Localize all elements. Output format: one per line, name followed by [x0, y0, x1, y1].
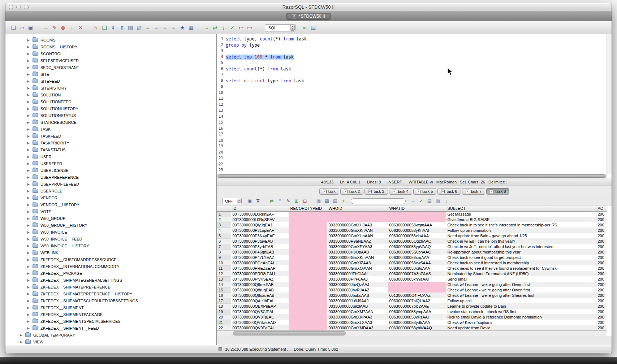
disclosure-icon[interactable]: ▶ — [27, 182, 31, 186]
table-cell[interactable]: 0033000000H9i0pAAB — [327, 249, 388, 255]
disclosure-icon[interactable]: ▶ — [27, 272, 31, 275]
tree-item[interactable]: ▶VIEW — [5, 338, 216, 345]
table-cell[interactable]: 006300000058x9qAAA — [388, 265, 446, 271]
add-connection-icon[interactable]: + — [68, 24, 75, 31]
table-cell[interactable]: 00T3000000QBXPeEAP — [231, 303, 289, 309]
tab-close-icon[interactable]: ✕ — [323, 190, 327, 193]
row-number-cell[interactable]: 18 — [217, 303, 231, 309]
tree-item[interactable]: ▶SELFSERVICEUSER — [5, 57, 216, 64]
tree-item[interactable]: ▶ZKFEDEX__SHIPMENT__FEED — [5, 325, 216, 332]
connection-tab[interactable]: ✕ *SFDCW50 II — [286, 13, 330, 20]
go-icon[interactable]: → — [203, 24, 210, 31]
tab-close-icon[interactable]: ✕ — [344, 190, 348, 193]
table-cell[interactable] — [289, 303, 327, 309]
editor-vertical-scrollbar[interactable] — [607, 34, 612, 174]
table-cell[interactable]: 200 — [596, 325, 607, 330]
table-cell[interactable]: 006300000058xrqAAA — [388, 255, 446, 260]
table-cell[interactable]: 00630000007A3bZAAS — [388, 271, 446, 276]
tab-close-icon[interactable]: ✕ — [441, 190, 445, 193]
table-cell[interactable] — [289, 233, 327, 238]
row-number-header[interactable] — [217, 205, 231, 211]
table-cell[interactable]: 200 — [596, 222, 607, 228]
close-button[interactable] — [9, 5, 13, 9]
table-cell[interactable]: 200 — [596, 238, 607, 244]
table-cell[interactable]: Check nexis to see if they've found a re… — [446, 265, 596, 271]
table-cell[interactable]: 0033000000JFhGlAAL — [327, 271, 388, 276]
result-tab[interactable]: ✕task 2 — [340, 188, 363, 195]
fetch-more-icon[interactable]: ↓ — [443, 198, 449, 204]
result-tab[interactable]: ✕task 8 — [486, 188, 509, 195]
table-cell[interactable]: 200 — [596, 217, 607, 222]
tree-item[interactable]: ▶ZKFEDEX__SHIPMATEPREFERENCE__HISTORY — [5, 290, 216, 297]
disclosure-icon[interactable]: ▶ — [27, 93, 31, 97]
table-cell[interactable] — [289, 271, 327, 276]
undo-icon[interactable]: ↩ — [237, 24, 245, 31]
row-number-cell[interactable]: 6 — [217, 238, 231, 244]
table-cell[interactable]: 200 — [596, 298, 607, 303]
tree-item[interactable]: ▶SOLUTIONSTATUS — [5, 112, 216, 119]
disclosure-icon[interactable]: ▶ — [27, 162, 31, 165]
table-cell[interactable]: 0033000000GmXLXAA3 — [327, 320, 388, 325]
column-header[interactable]: RECORDTYPEID — [289, 205, 327, 211]
result-tab[interactable]: ✕task — [319, 188, 339, 195]
table-cell[interactable] — [327, 211, 388, 217]
table-cell[interactable]: 0033000000Ju9zlAAB — [327, 303, 388, 309]
table-cell[interactable]: 00T3000000Q8rexEAB — [231, 282, 289, 287]
table-cell[interactable]: 00T3000000PfvKSEAZ — [231, 276, 289, 282]
disclosure-icon[interactable]: ▶ — [27, 217, 31, 220]
row-number-cell[interactable]: 4 — [217, 228, 231, 233]
refresh-results-icon[interactable]: ⇄ — [268, 198, 275, 204]
table-cell[interactable]: 0033000000GmXPYAA3 — [327, 244, 388, 249]
table-cell[interactable]: 200 — [596, 314, 607, 320]
disclosure-icon[interactable]: ▶ — [27, 38, 31, 42]
tree-item[interactable]: ▶VENDOR__HISTORY — [5, 201, 216, 208]
table-cell[interactable]: Leanne to provide update to Bain — [446, 303, 596, 309]
table-cell[interactable] — [289, 255, 327, 260]
table-cell[interactable]: 200 — [596, 265, 607, 271]
table-cell[interactable]: 00630000005QgzhAAC — [388, 238, 446, 244]
row-number-cell[interactable]: 20 — [217, 314, 231, 320]
run-search-icon[interactable]: → — [410, 198, 416, 204]
table-cell[interactable]: 006300000058ympAAA — [388, 309, 446, 314]
table-cell[interactable]: Give Jenn a BIG RAISE — [446, 217, 596, 222]
table-cell[interactable]: 200 — [596, 244, 607, 249]
results-search-input[interactable] — [351, 198, 406, 204]
table-cell[interactable]: Check back to see if good target prospec… — [446, 255, 596, 260]
tree-item[interactable]: ▶SOLUTIONHISTORY — [5, 105, 216, 112]
export-icon[interactable]: ⇑ — [118, 24, 125, 31]
connect-icon[interactable]: → — [42, 24, 49, 31]
copy-cells-icon[interactable]: ▥ — [315, 198, 322, 204]
row-number-cell[interactable]: 19 — [217, 309, 231, 314]
column-header[interactable]: SUBJECT — [446, 205, 596, 211]
table-cell[interactable]: 00630000005S0bnAAC — [388, 249, 446, 255]
table-cell[interactable]: Invoice status check - check w/ RS first — [446, 309, 596, 314]
tree-item[interactable]: ▶ZKFEDEX__SHIPMATEPREFERENCE — [5, 283, 216, 290]
tree-item[interactable]: ▶TASKFEED — [5, 133, 216, 139]
table-cell[interactable]: 00T3000000QV9FaEAL — [231, 325, 289, 330]
table-cell[interactable] — [388, 282, 446, 287]
align-left-icon[interactable]: ≡ — [161, 24, 169, 31]
disclosure-icon[interactable]: ▶ — [27, 196, 31, 200]
disclosure-icon[interactable]: ▶ — [27, 45, 31, 49]
tree-item[interactable]: ▶USERLICENSE — [5, 167, 216, 174]
table-cell[interactable] — [289, 217, 327, 222]
tree-item[interactable]: ▶SOLUTION — [5, 91, 216, 98]
table-cell[interactable]: 0033000000GmXM7AAN — [327, 309, 388, 314]
tree-item[interactable]: ▶ZKFEDEX__INTERNATIONALCOMMODITY — [5, 263, 216, 270]
disclosure-icon[interactable]: ▶ — [27, 141, 31, 145]
result-tab[interactable]: ✕task 3 — [364, 188, 388, 195]
table-cell[interactable] — [289, 292, 327, 298]
tree-item[interactable]: ▶ZKFEDEX__SHIPMENTPACKAGE — [5, 311, 216, 318]
tree-item[interactable]: ▶USERROLE — [5, 187, 216, 194]
table-cell[interactable] — [289, 222, 327, 228]
table-cell[interactable] — [289, 228, 327, 233]
fetch-icon[interactable]: ↓ — [220, 24, 227, 31]
disclosure-icon[interactable]: ▶ — [27, 313, 31, 316]
export-results-icon[interactable]: ▤ — [426, 198, 433, 204]
table-cell[interactable] — [289, 244, 327, 249]
disclosure-icon[interactable]: ▶ — [27, 299, 31, 303]
table-cell[interactable]: 200 — [596, 228, 607, 233]
tree-item[interactable]: ▶SCONTROL — [5, 50, 216, 57]
table-cell[interactable]: 00T3000000POeAnEAL — [231, 260, 289, 265]
table-cell[interactable] — [289, 320, 327, 325]
